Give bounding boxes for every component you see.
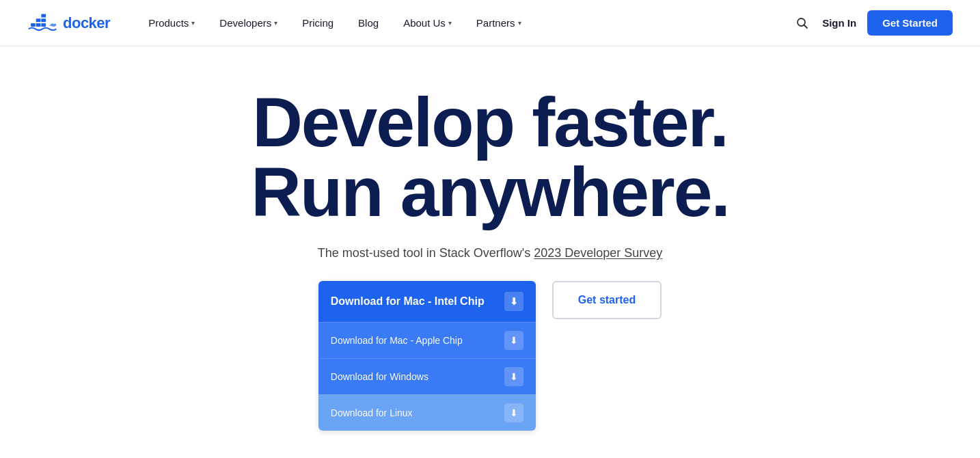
hero-headline-line2: Run anywhere. [251,153,729,231]
download-icon: ⬇ [504,403,523,422]
nav-item-products[interactable]: Products ▾ [137,12,206,34]
chevron-down-icon: ▾ [274,19,277,27]
cta-row: Download for Mac - Intel Chip ⬇ Download… [318,281,662,431]
nav-item-about[interactable]: About Us ▾ [392,12,463,34]
download-icon: ⬇ [504,331,523,350]
nav-item-blog[interactable]: Blog [347,12,390,34]
nav-label-products: Products [148,17,189,29]
download-icon: ⬇ [504,292,523,311]
sign-in-link[interactable]: Sign In [822,17,856,29]
download-linux-label: Download for Linux [331,407,413,418]
chevron-down-icon: ▾ [518,19,521,27]
download-mac-intel-button[interactable]: Download for Mac - Intel Chip ⬇ [318,281,536,322]
hero-section: Develop faster. Run anywhere. The most-u… [0,46,980,458]
docker-logo-icon [27,12,57,34]
download-group: Download for Mac - Intel Chip ⬇ Download… [318,281,536,431]
nav-right: Sign In Get Started [793,10,953,36]
navbar: docker Products ▾ Developers ▾ Pricing B… [0,0,980,46]
hero-headline-line1: Develop faster. [252,83,728,161]
download-windows-button[interactable]: Download for Windows ⬇ [318,358,536,394]
svg-rect-2 [41,23,46,27]
nav-label-blog: Blog [358,17,379,29]
svg-rect-1 [36,23,41,27]
get-started-outline-button[interactable]: Get started [552,281,662,319]
chevron-down-icon: ▾ [191,19,195,27]
download-mac-apple-button[interactable]: Download for Mac - Apple Chip ⬇ [318,322,536,358]
hero-headline: Develop faster. Run anywhere. [251,87,729,227]
developer-survey-link[interactable]: 2023 Developer Survey [534,246,662,260]
download-linux-button[interactable]: Download for Linux ⬇ [318,394,536,431]
svg-rect-3 [36,18,41,22]
search-button[interactable] [793,14,811,32]
nav-label-partners: Partners [476,17,515,29]
download-icon: ⬇ [504,367,523,386]
svg-rect-4 [41,18,46,22]
chevron-down-icon: ▾ [448,19,452,27]
svg-rect-0 [31,23,36,27]
hero-subtext-prefix: The most-used tool in Stack Overflow's [318,246,531,260]
nav-item-partners[interactable]: Partners ▾ [465,12,532,34]
nav-item-developers[interactable]: Developers ▾ [208,12,288,34]
hero-subtext: The most-used tool in Stack Overflow's 2… [318,246,663,260]
download-primary-label: Download for Mac - Intel Chip [331,295,485,308]
nav-label-about: About Us [403,17,446,29]
get-started-nav-button[interactable]: Get Started [867,10,953,36]
nav-label-developers: Developers [219,17,271,29]
nav-links: Products ▾ Developers ▾ Pricing Blog Abo… [137,12,793,34]
svg-rect-5 [41,14,46,17]
download-windows-label: Download for Windows [331,371,428,382]
nav-item-pricing[interactable]: Pricing [291,12,344,34]
svg-line-7 [804,25,808,28]
download-mac-apple-label: Download for Mac - Apple Chip [331,335,463,346]
nav-label-pricing: Pricing [302,17,334,29]
search-icon [796,17,808,29]
logo-link[interactable]: docker [27,12,110,34]
logo-text: docker [63,14,110,32]
